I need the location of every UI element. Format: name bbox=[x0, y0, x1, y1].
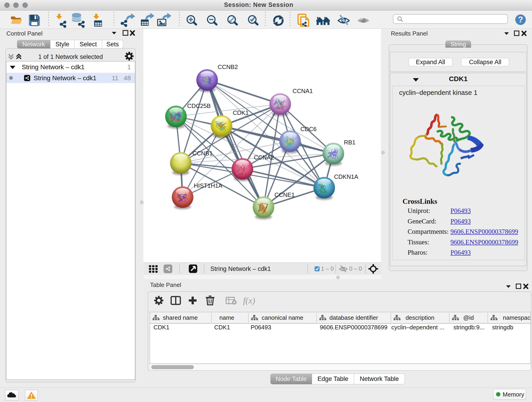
svg-text:CCNB1: CCNB1 bbox=[192, 150, 213, 157]
svg-text:cyclin–dependent ...: cyclin–dependent ... bbox=[391, 324, 444, 331]
svg-text:HIST1H1A: HIST1H1A bbox=[194, 182, 222, 189]
svg-text:?: ? bbox=[518, 15, 523, 24]
svg-text:CDC25B: CDC25B bbox=[187, 102, 211, 109]
svg-text:database identifier: database identifier bbox=[329, 314, 378, 321]
svg-text:CCNA2: CCNA2 bbox=[254, 154, 274, 161]
svg-text:namespace: namespace bbox=[503, 314, 531, 321]
svg-text:CCNB2: CCNB2 bbox=[218, 64, 238, 70]
svg-text:1 – 0: 1 – 0 bbox=[321, 265, 334, 272]
svg-text:CDKN1A: CDKN1A bbox=[334, 173, 358, 180]
svg-text:@id: @id bbox=[463, 314, 474, 321]
svg-text:shared name: shared name bbox=[163, 314, 198, 321]
svg-text:description: description bbox=[405, 314, 434, 321]
svg-text:CDK1: CDK1 bbox=[153, 324, 169, 331]
svg-text:canonical name: canonical name bbox=[262, 314, 303, 321]
svg-text:9606.ENSP00000378699: 9606.ENSP00000378699 bbox=[320, 324, 387, 331]
svg-text:CCNA1: CCNA1 bbox=[293, 88, 313, 95]
svg-text:CCNE1: CCNE1 bbox=[274, 191, 295, 198]
svg-text:CDK1: CDK1 bbox=[233, 109, 249, 116]
svg-text:CDK1: CDK1 bbox=[214, 324, 230, 331]
svg-text:0 – 0: 0 – 0 bbox=[349, 265, 362, 272]
svg-text:stringdb: stringdb bbox=[492, 324, 513, 331]
svg-text:P06493: P06493 bbox=[251, 324, 271, 331]
svg-text:CDC6: CDC6 bbox=[300, 126, 317, 133]
svg-text:stringdb:9...: stringdb:9... bbox=[453, 324, 485, 331]
svg-text:f(x): f(x) bbox=[243, 296, 255, 306]
svg-text:RB1: RB1 bbox=[344, 139, 355, 146]
svg-text:String Network – cdk1: String Network – cdk1 bbox=[210, 265, 271, 272]
svg-text:name: name bbox=[219, 314, 234, 321]
